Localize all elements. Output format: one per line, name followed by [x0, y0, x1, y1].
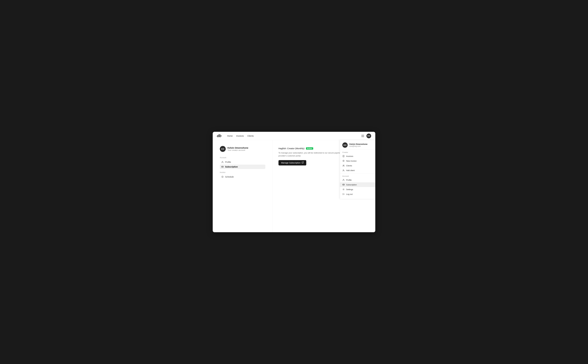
manage-btn-label: Manage Subscription — [281, 162, 301, 164]
svg-point-19 — [343, 189, 344, 190]
svg-point-0 — [222, 161, 223, 162]
schedule-label: Schedule — [225, 176, 234, 178]
clients-icon — [342, 164, 345, 167]
svg-point-16 — [343, 179, 344, 180]
nav-clients[interactable]: Clients — [247, 134, 254, 138]
manage-subscription-button[interactable]: Manage Subscription — [278, 160, 306, 165]
svg-point-12 — [344, 165, 344, 166]
right-panel-name: Kelvin Omereshone — [350, 143, 367, 145]
rp-add-client[interactable]: Add client — [340, 168, 375, 173]
logo: db — [217, 134, 221, 138]
rp-card-icon — [342, 183, 345, 186]
rp-settings[interactable]: Settings — [340, 187, 375, 192]
nav-home[interactable]: Home — [227, 134, 233, 138]
user-avatar-button[interactable]: KO — [366, 134, 371, 138]
rp-add-client-label: Add client — [346, 169, 355, 171]
account-section-label: Account — [220, 156, 265, 159]
app-window: db Home Invoices Clients KO KO Kelvin Om… — [213, 132, 375, 232]
nav-invoices[interactable]: Invoices — [236, 134, 244, 138]
plan-name: Hagfish: Creator (Monthly) — [278, 147, 304, 150]
subscription-label: Subscription — [225, 166, 238, 168]
right-panel-divider-1 — [340, 174, 375, 174]
plus-circle-icon — [342, 160, 345, 162]
right-panel-creator-label: Creator — [340, 151, 375, 154]
svg-point-13 — [343, 170, 344, 170]
right-panel-user: KO Kelvin Omereshone koo@hey.com — [340, 140, 375, 150]
rp-person-icon — [342, 179, 345, 181]
card-icon — [221, 166, 224, 168]
rp-profile[interactable]: Profile — [340, 178, 375, 182]
add-client-icon — [342, 169, 345, 171]
nav-right: KO — [361, 134, 371, 138]
right-dropdown-panel: KO Kelvin Omereshone koo@hey.com Creator… — [340, 140, 375, 199]
right-panel-user-info: Kelvin Omereshone koo@hey.com — [350, 143, 367, 147]
left-panel: KO Kelvin Omereshone Your creator accoun… — [213, 140, 272, 232]
right-panel-email: koo@hey.com — [350, 145, 367, 147]
rp-clients-label: Clients — [346, 165, 352, 167]
sidebar-profile[interactable]: Profile — [220, 160, 265, 164]
menu-button[interactable] — [361, 134, 365, 137]
gear-icon — [342, 188, 345, 191]
invoice-icon — [342, 155, 345, 157]
rp-invoices[interactable]: Invoices — [340, 154, 375, 158]
rp-new-invoice-label: New invoice — [346, 160, 357, 162]
user-info: Kelvin Omereshone Your creator account — [227, 147, 248, 151]
profile-label: Profile — [225, 161, 231, 163]
active-badge: Active — [306, 147, 313, 150]
user-avatar: KO — [220, 146, 226, 152]
rp-logout[interactable]: Log out — [340, 192, 375, 196]
person-icon — [221, 161, 224, 163]
sidebar-schedule[interactable]: Schedule — [220, 175, 265, 179]
navbar: db Home Invoices Clients KO — [213, 132, 375, 140]
rp-invoices-label: Invoices — [346, 155, 353, 157]
rp-logout-label: Log out — [346, 193, 352, 195]
user-header: KO Kelvin Omereshone Your creator accoun… — [220, 146, 265, 152]
svg-point-11 — [343, 165, 344, 166]
user-name: Kelvin Omereshone — [227, 147, 248, 149]
sidebar-subscription[interactable]: Subscription — [220, 165, 265, 169]
logout-icon — [342, 193, 345, 195]
rp-clients[interactable]: Clients — [340, 163, 375, 168]
right-panel-account-label: Account — [340, 175, 375, 178]
rp-settings-label: Settings — [346, 188, 353, 191]
user-subtitle: Your creator account — [227, 149, 248, 151]
external-link-icon — [302, 162, 304, 164]
nav-links: Home Invoices Clients — [227, 134, 357, 138]
invoice-section-label: Invoice — [220, 171, 265, 173]
rp-new-invoice[interactable]: New invoice — [340, 158, 375, 163]
rp-subscription[interactable]: Subscription — [340, 182, 375, 187]
rp-subscription-label: Subscription — [346, 184, 357, 186]
rp-profile-label: Profile — [346, 179, 352, 181]
right-panel-avatar: KO — [342, 143, 348, 148]
clock-icon — [221, 176, 224, 178]
